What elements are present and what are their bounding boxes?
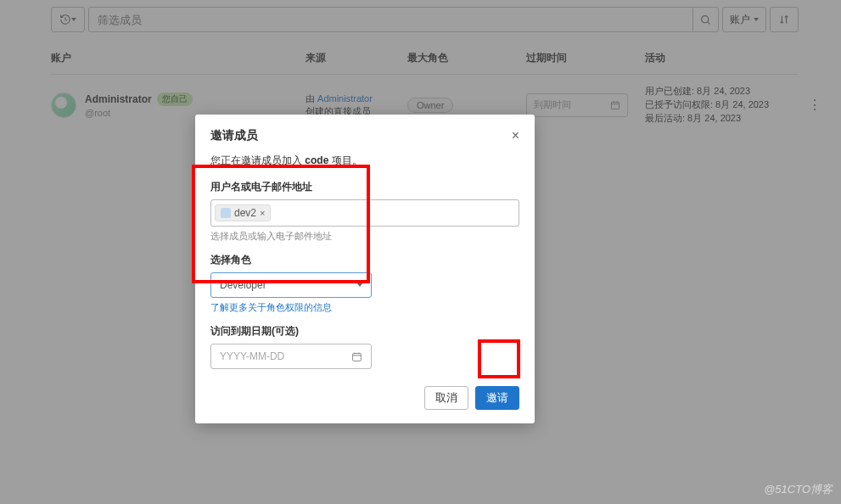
chip-remove-icon[interactable]: × — [260, 208, 265, 218]
role-field-label: 选择角色 — [210, 253, 519, 267]
user-chip-label: dev2 — [234, 207, 256, 219]
invite-button[interactable]: 邀请 — [475, 386, 519, 410]
date-field-label: 访问到期日期(可选) — [210, 324, 519, 339]
user-chip: dev2 × — [215, 204, 271, 221]
cancel-button[interactable]: 取消 — [424, 386, 468, 410]
user-chip-avatar-icon — [221, 208, 231, 218]
svg-rect-2 — [353, 353, 362, 361]
modal-description: 您正在邀请成员加入 code 项目。 — [210, 154, 519, 168]
role-select-value: Developer — [220, 279, 266, 291]
close-icon[interactable]: × — [512, 128, 519, 143]
role-select[interactable]: Developer — [210, 272, 372, 298]
modal-actions: 取消 邀请 — [210, 386, 519, 410]
calendar-icon — [351, 351, 362, 362]
user-token-field[interactable]: dev2 × — [210, 199, 519, 227]
role-info-link[interactable]: 了解更多关于角色权限的信息 — [210, 301, 519, 314]
user-help-text: 选择成员或输入电子邮件地址 — [210, 230, 519, 243]
invite-modal: 邀请成员 × 您正在邀请成员加入 code 项目。 用户名或电子邮件地址 dev… — [195, 115, 535, 423]
expiry-date-input[interactable]: YYYY-MM-DD — [210, 344, 372, 369]
chevron-down-icon — [357, 283, 362, 287]
user-field-label: 用户名或电子邮件地址 — [210, 180, 519, 194]
modal-title: 邀请成员 — [210, 128, 258, 143]
watermark: @51CTO博客 — [764, 482, 833, 497]
date-placeholder: YYYY-MM-DD — [220, 350, 284, 362]
